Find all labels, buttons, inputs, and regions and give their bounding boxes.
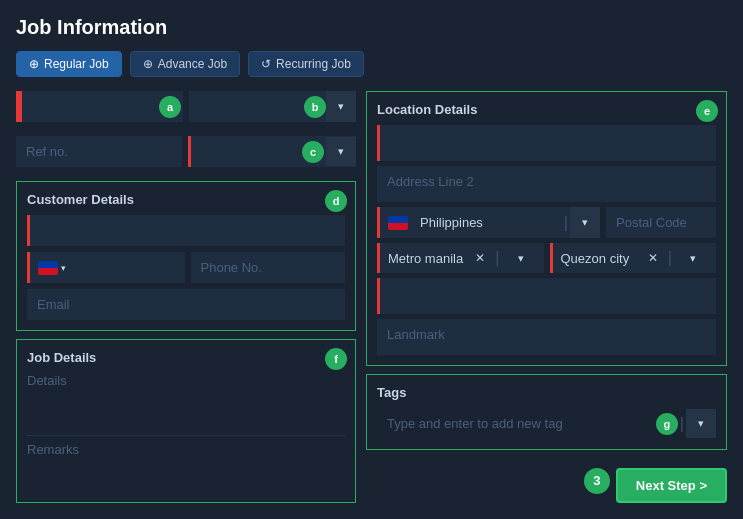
badge-a: a bbox=[159, 96, 181, 118]
address2-input[interactable] bbox=[377, 166, 716, 197]
left-panel: 09-26-2021 11:10 AM a 30 mins b ▾ Test S… bbox=[16, 91, 356, 503]
city-dropdown[interactable]: ▾ bbox=[678, 249, 708, 267]
next-step-button[interactable]: Next Step > bbox=[616, 468, 727, 503]
duration-input[interactable]: 30 mins bbox=[189, 91, 302, 122]
country-dropdown[interactable]: ▾ bbox=[570, 207, 600, 238]
badge-c: c bbox=[302, 141, 324, 163]
country-divider: | bbox=[562, 214, 570, 232]
country-text: Philippines bbox=[416, 209, 562, 236]
bottom-bar: 3 Next Step > bbox=[366, 458, 727, 503]
phone-row: ▾ 0905 123 4567 bbox=[27, 252, 345, 283]
postal-input[interactable] bbox=[606, 207, 716, 238]
customer-name-input[interactable]: MCT bbox=[30, 215, 345, 246]
regular-job-button[interactable]: ⊕ Regular Job bbox=[16, 51, 122, 77]
city-clear-button[interactable]: ✕ bbox=[644, 251, 662, 265]
page-title: Job Information bbox=[16, 16, 727, 39]
phone-no-input[interactable] bbox=[191, 252, 346, 283]
tags-title: Tags bbox=[377, 385, 716, 400]
recurring-job-button[interactable]: ↺ Recurring Job bbox=[248, 51, 364, 77]
suburb-input[interactable]: Talipapa bbox=[380, 278, 716, 309]
address1-input[interactable]: Talipapa bbox=[380, 125, 716, 156]
main-content: 09-26-2021 11:10 AM a 30 mins b ▾ Test S… bbox=[16, 91, 727, 503]
landmark-input[interactable] bbox=[377, 319, 716, 350]
phone-flag-selector[interactable]: ▾ bbox=[30, 255, 74, 281]
state-divider: | bbox=[493, 249, 501, 267]
recurring-icon: ↺ bbox=[261, 57, 271, 71]
badge-g: g bbox=[656, 413, 678, 435]
remarks-textarea[interactable] bbox=[27, 442, 345, 487]
city-divider: | bbox=[666, 249, 674, 267]
country-postal-row: Philippines | ▾ bbox=[377, 207, 716, 238]
plus-icon: ⊕ bbox=[29, 57, 39, 71]
tags-dropdown[interactable]: ▾ bbox=[686, 409, 716, 438]
state-text: Metro manila bbox=[388, 251, 467, 266]
advance-job-button[interactable]: ⊕ Advance Job bbox=[130, 51, 240, 77]
datetime-input[interactable]: 09-26-2021 11:10 AM bbox=[19, 91, 157, 122]
state-dropdown[interactable]: ▾ bbox=[506, 249, 536, 267]
ref-input[interactable] bbox=[16, 136, 182, 167]
badge-d: d bbox=[325, 190, 347, 212]
badge-b: b bbox=[304, 96, 326, 118]
tags-divider: | bbox=[678, 415, 686, 433]
email-input[interactable] bbox=[27, 289, 345, 320]
badge-e: e bbox=[696, 100, 718, 122]
next-step-wrapper: 3 Next Step > bbox=[584, 458, 727, 503]
customer-details-section: Customer Details d MCT ▾ 0905 123 bbox=[16, 181, 356, 331]
duration-dropdown[interactable]: ▾ bbox=[326, 91, 356, 122]
flag-dropdown-arrow: ▾ bbox=[61, 263, 66, 273]
phone-input[interactable]: 0905 123 4567 bbox=[74, 252, 185, 283]
ref-store-row: Test Store c ▾ bbox=[16, 136, 356, 167]
details-textarea[interactable] bbox=[27, 373, 345, 418]
location-details-section: Location Details e Talipapa bbox=[366, 91, 727, 366]
store-dropdown[interactable]: ▾ bbox=[326, 137, 356, 166]
tags-input[interactable] bbox=[377, 408, 656, 439]
plus-icon-advance: ⊕ bbox=[143, 57, 153, 71]
location-section-title: Location Details bbox=[377, 102, 716, 117]
customer-section-title: Customer Details bbox=[27, 192, 345, 207]
job-details-title: Job Details bbox=[27, 350, 345, 365]
datetime-duration-row: 09-26-2021 11:10 AM a 30 mins b ▾ bbox=[16, 91, 356, 122]
store-input[interactable]: Test Store bbox=[191, 136, 301, 167]
philippines-flag bbox=[38, 261, 58, 275]
job-details-section: Job Details f bbox=[16, 339, 356, 503]
country-flag-selector[interactable] bbox=[380, 212, 416, 234]
badge-3: 3 bbox=[584, 468, 610, 494]
tags-section: Tags g | ▾ bbox=[366, 374, 727, 450]
right-panel: Location Details e Talipapa bbox=[366, 91, 727, 503]
job-type-buttons: ⊕ Regular Job ⊕ Advance Job ↺ Recurring … bbox=[16, 51, 727, 77]
ph-flag-location bbox=[388, 216, 408, 230]
state-clear-button[interactable]: ✕ bbox=[471, 251, 489, 265]
badge-f: f bbox=[325, 348, 347, 370]
city-text: Quezon city bbox=[561, 251, 640, 266]
state-city-row: Metro manila ✕ | ▾ Quezon city ✕ | ▾ bbox=[377, 243, 716, 273]
